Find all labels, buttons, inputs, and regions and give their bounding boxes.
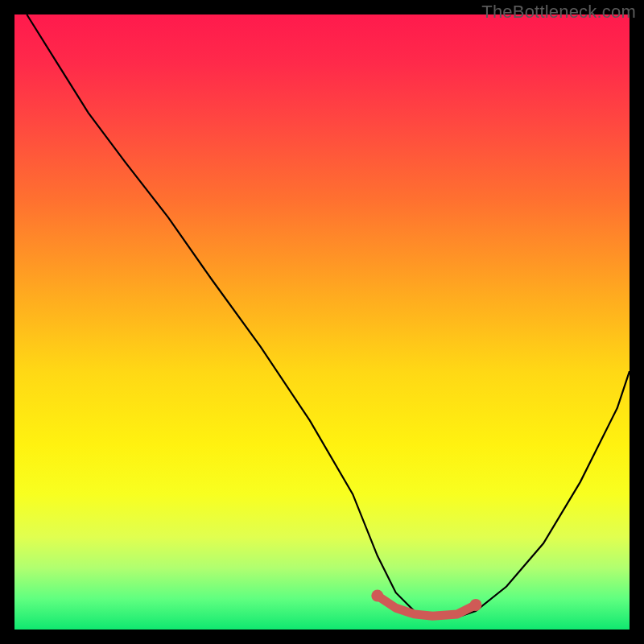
highlight-dot [371, 590, 383, 602]
highlight-dot [470, 599, 482, 611]
highlight-region [378, 596, 476, 616]
bottleneck-curve [27, 14, 630, 617]
chart-svg [14, 14, 630, 630]
chart-container: TheBottleneck.com [0, 0, 644, 644]
plot-area [14, 14, 630, 630]
watermark-text: TheBottleneck.com [481, 2, 636, 23]
